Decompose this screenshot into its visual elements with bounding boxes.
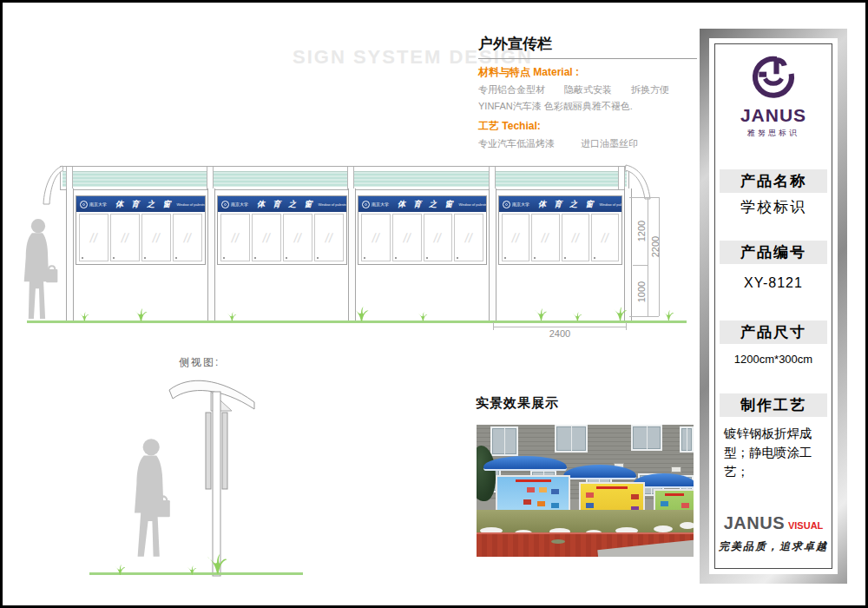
photo-path-mark xyxy=(551,539,565,544)
grass-icon xyxy=(534,308,548,321)
person-silhouette xyxy=(124,418,176,583)
glass-door xyxy=(173,214,202,261)
photo-thumbnail xyxy=(551,503,559,508)
photo-snow xyxy=(680,522,694,529)
glass-door xyxy=(502,214,529,261)
glass-door xyxy=(252,214,281,261)
field-value-process: 镀锌钢板折焊成型；静电喷涂工艺； xyxy=(720,425,827,481)
material-item: 拆换方便 xyxy=(631,83,669,96)
glass-doors xyxy=(360,213,484,262)
footer-slogan: 完美品质，追求卓越 xyxy=(715,539,832,554)
dim-extension xyxy=(633,265,648,266)
photo-window xyxy=(555,425,588,453)
sidebar-mat: JANUS 雅努思标识 产品名称 学校标识 产品编号 XY-8121 产品尺寸 … xyxy=(709,38,838,574)
grass-icon xyxy=(227,312,237,321)
roof-divider xyxy=(66,167,73,189)
photo-thumbnail xyxy=(551,489,559,494)
photo-thumbnail xyxy=(681,503,689,508)
spec-header: 户外宣传栏 材料与特点 Material : 专用铝合金型材 隐蔽式安装 拆换方… xyxy=(478,34,697,150)
glass-door xyxy=(424,214,453,261)
photo-snow xyxy=(654,525,673,532)
panel-subtitle: Window of palestra xyxy=(176,202,205,207)
glass-door xyxy=(392,214,422,261)
design-sheet: SIGN SYSTEM DESIGN 户外宣传栏 材料与特点 Material … xyxy=(0,0,868,608)
janus-logo-icon xyxy=(749,51,798,100)
material-line-1: 专用铝合金型材 隐蔽式安装 拆换方便 xyxy=(478,83,697,96)
installation-photo xyxy=(477,425,694,557)
university-name: 南京大学 xyxy=(89,202,107,207)
bulletin-panel: 南京大学 体 育 之 窗 Window of palestra xyxy=(217,195,347,265)
dim-extension xyxy=(629,316,659,317)
footer-brand-name: JANUS xyxy=(724,513,785,532)
photo-thumbnail xyxy=(537,501,545,506)
university-seal-icon xyxy=(503,201,510,208)
glass-door xyxy=(361,214,391,261)
field-label-product-name: 产品名称 xyxy=(720,169,827,193)
brand-logo: JANUS 雅努思标识 xyxy=(715,51,832,139)
panel-header: 南京大学 体 育 之 窗 Window of palestra xyxy=(358,196,486,212)
panel-header: 南京大学 体 育 之 窗 Window of palestra xyxy=(76,196,205,212)
field-label-process: 制作工艺 xyxy=(720,393,827,417)
glass-doors xyxy=(501,213,620,262)
support-post xyxy=(624,188,632,323)
dim-label-2200: 2200 xyxy=(650,229,662,264)
support-post xyxy=(348,188,356,323)
grass-icon xyxy=(114,565,126,575)
roof-divider xyxy=(489,167,496,189)
field-value-product-name: 学校标识 xyxy=(720,197,827,217)
glass-doors xyxy=(78,213,203,262)
field-label-product-code: 产品编号 xyxy=(720,241,827,264)
photo-section-title: 实景效果展示 xyxy=(476,395,559,412)
dim-label-1000: 1000 xyxy=(636,274,648,309)
support-post xyxy=(489,188,496,323)
panel-header: 南京大学 体 育 之 窗 Window of palestra xyxy=(499,196,621,212)
dim-line-horizontal xyxy=(493,327,627,327)
glass-door xyxy=(454,214,483,261)
glass-door xyxy=(220,214,250,261)
sidebar: JANUS 雅努思标识 产品名称 学校标识 产品编号 XY-8121 产品尺寸 … xyxy=(714,43,832,569)
roof-glass-strip xyxy=(62,171,627,187)
photo-thumbnail xyxy=(661,501,668,506)
field-label-product-size: 产品尺寸 xyxy=(720,321,827,344)
page-title: 户外宣传栏 xyxy=(478,34,697,59)
grass-icon xyxy=(187,565,197,575)
support-post xyxy=(66,188,74,323)
glass-door xyxy=(79,214,108,261)
university-seal-icon xyxy=(221,201,229,208)
sidebar-frame: JANUS 雅努思标识 产品名称 学校标识 产品编号 XY-8121 产品尺寸 … xyxy=(700,29,847,584)
dim-extension xyxy=(629,197,659,198)
photo-thumbnail xyxy=(631,494,639,499)
photo-thumbnail xyxy=(527,487,535,492)
grass-icon xyxy=(572,312,582,321)
grass-icon xyxy=(662,310,674,321)
glass-doors xyxy=(220,213,345,262)
photo-window xyxy=(680,426,694,453)
bulletin-panel: 南京大学 体 育 之 窗 Window of palestra xyxy=(76,195,206,265)
grass-icon xyxy=(206,553,228,574)
field-value-product-size: 1200cm*300cm xyxy=(720,353,827,366)
photo-thumbnail xyxy=(586,503,594,508)
material-item: 专用铝合金型材 xyxy=(478,83,545,96)
material-line-2: YINFAN汽车漆 色彩靓丽典雅不褪色. xyxy=(478,100,697,113)
bulletin-panel: 南京大学 体 育 之 窗 Window of palestra xyxy=(498,195,622,265)
photo-window xyxy=(631,425,662,451)
material-item: 隐蔽式安装 xyxy=(564,83,612,96)
brand-name: JANUS xyxy=(715,105,832,126)
roof-left-cap xyxy=(39,164,63,206)
grass-icon xyxy=(79,312,89,321)
side-view-structure xyxy=(164,371,265,578)
tech-item: 进口油墨丝印 xyxy=(581,137,638,150)
panel-header: 南京大学 体 育 之 窗 Window of palestra xyxy=(218,196,346,212)
tech-line: 专业汽车低温烤漆 进口油墨丝印 xyxy=(478,137,697,150)
footer-brand-suffix: VISUAL xyxy=(788,520,823,531)
glass-door xyxy=(141,214,171,261)
photo-thumbnail xyxy=(523,499,531,505)
photo-board-title xyxy=(665,493,684,496)
glass-door xyxy=(562,214,589,261)
glass-door xyxy=(283,214,312,261)
grass-icon xyxy=(133,308,148,321)
dim-label-1200: 1200 xyxy=(636,214,648,248)
grass-icon xyxy=(418,312,428,321)
glass-door xyxy=(314,214,344,261)
glass-door xyxy=(591,214,619,261)
